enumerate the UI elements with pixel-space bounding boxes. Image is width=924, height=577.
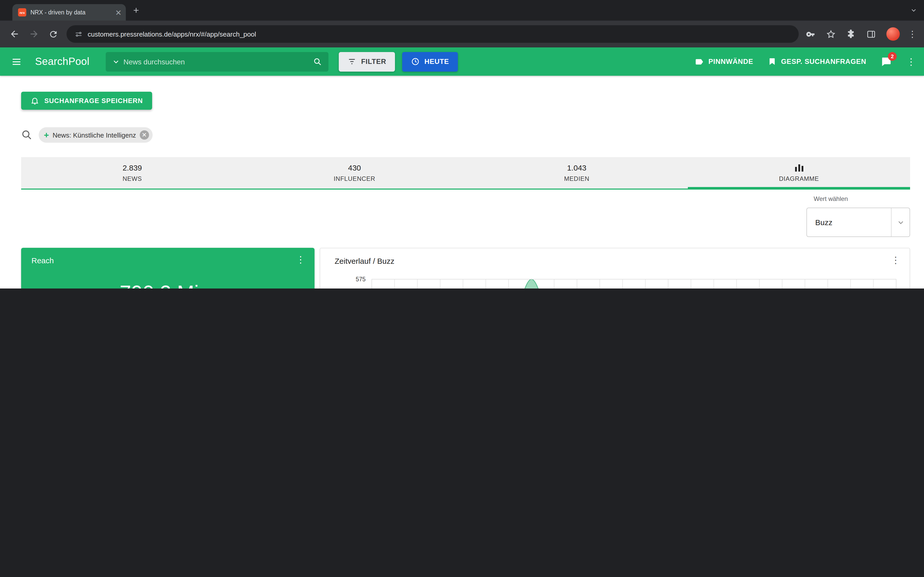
reach-kpi-card: Reach ⋮ 790.2 Mio. + 379.3 Mio.	[21, 248, 315, 288]
tab-influencer[interactable]: 430 INFLUENCER	[243, 157, 465, 189]
bookmark-icon	[768, 57, 777, 66]
new-tab-icon[interactable]	[132, 6, 140, 16]
svg-text:575: 575	[356, 276, 365, 282]
site-favicon: nrx	[18, 8, 26, 16]
bar-chart-icon	[794, 164, 804, 172]
search-term-chip[interactable]: + News: Künstliche Intelligenz ✕	[39, 127, 153, 143]
extensions-icon[interactable]	[846, 29, 856, 39]
medien-label: MEDIEN	[564, 175, 590, 182]
filter-button[interactable]: FILTER	[339, 52, 395, 71]
site-settings-icon[interactable]	[75, 30, 82, 38]
save-search-button[interactable]: SUCHANFRAGE SPEICHERN	[21, 92, 152, 110]
result-tabs: 2.839 NEWS 430 INFLUENCER 1.043 MEDIEN D…	[21, 157, 910, 190]
tab-medien[interactable]: 1.043 MEDIEN	[465, 157, 688, 189]
browser-tab-strip: nrx NRX - driven by data ✕	[0, 0, 924, 21]
news-count: 2.839	[123, 163, 142, 172]
menu-hamburger-icon[interactable]	[11, 56, 22, 67]
browser-tab-title: NRX - driven by data	[31, 9, 111, 15]
browser-address-bar: customers.pressrelations.de/apps/nrx/#/a…	[0, 21, 924, 47]
saved-searches-button[interactable]: GESP. SUCHANFRAGEN	[768, 57, 866, 66]
browser-window: nrx NRX - driven by data ✕ custome	[0, 0, 924, 288]
browser-tab[interactable]: nrx NRX - driven by data ✕	[12, 4, 126, 21]
clock-icon	[411, 57, 420, 66]
news-search-box[interactable]	[106, 52, 329, 71]
tab-search-chevron-icon[interactable]	[908, 5, 919, 16]
plus-icon: +	[44, 131, 49, 139]
query-search-icon[interactable]	[21, 129, 32, 141]
today-button[interactable]: HEUTE	[402, 52, 458, 71]
app-menu-icon[interactable]: ⋮	[906, 56, 916, 67]
forward-icon[interactable]	[29, 29, 39, 39]
notifications-button[interactable]: 2	[881, 56, 892, 67]
news-label: NEWS	[123, 175, 142, 182]
tab-close-icon[interactable]: ✕	[115, 8, 122, 16]
url-text: customers.pressrelations.de/apps/nrx/#/a…	[88, 30, 256, 38]
timeline-card-menu-icon[interactable]: ⋮	[888, 255, 903, 266]
chevron-down-icon	[891, 208, 909, 237]
timeline-chart-card: 015030057500:0001:0002:0003:0004:0005:00…	[320, 248, 910, 288]
filter-button-label: FILTER	[361, 58, 386, 65]
pinboards-label: PINNWÄNDE	[709, 58, 753, 65]
password-key-icon[interactable]	[806, 29, 816, 39]
value-select-current: Buzz	[807, 218, 891, 227]
influencer-label: INFLUENCER	[334, 175, 375, 182]
chip-remove-icon[interactable]: ✕	[140, 131, 149, 140]
reach-value: 790.2 Mio.	[120, 281, 216, 288]
app-title: SearchPool	[35, 56, 89, 68]
saved-searches-label: GESP. SUCHANFRAGEN	[781, 58, 866, 65]
timeline-area-chart: 015030057500:0001:0002:0003:0004:0005:00…	[320, 248, 910, 288]
tag-icon	[695, 57, 704, 66]
medien-count: 1.043	[567, 163, 586, 172]
timeline-card-title: Zeitverlauf / Buzz	[334, 256, 394, 265]
today-button-label: HEUTE	[424, 58, 449, 65]
bookmark-star-icon[interactable]	[826, 29, 836, 39]
diagramme-label: DIAGRAMME	[779, 175, 819, 182]
profile-avatar[interactable]	[886, 27, 900, 41]
value-select[interactable]: Buzz	[806, 208, 910, 237]
pinboards-button[interactable]: PINNWÄNDE	[695, 57, 753, 66]
search-term-chip-label: News: Künstliche Intelligenz	[53, 131, 136, 139]
search-icon[interactable]	[313, 57, 323, 66]
filter-icon	[348, 57, 357, 66]
value-select-label: Wert wählen	[814, 195, 848, 203]
influencer-count: 430	[348, 163, 361, 172]
news-search-input[interactable]	[123, 58, 310, 66]
notification-badge: 2	[888, 52, 897, 61]
app-header-actions: PINNWÄNDE GESP. SUCHANFRAGEN 2 ⋮	[695, 56, 924, 67]
save-search-label: SUCHANFRAGE SPEICHERN	[44, 97, 143, 105]
url-bar[interactable]: customers.pressrelations.de/apps/nrx/#/a…	[66, 25, 799, 43]
side-panel-icon[interactable]	[866, 29, 876, 39]
reload-icon[interactable]	[48, 29, 58, 39]
back-icon[interactable]	[9, 29, 19, 39]
browser-menu-icon[interactable]: ⋮	[908, 29, 917, 39]
active-query-row: + News: Künstliche Intelligenz ✕	[21, 127, 153, 143]
tab-diagramme[interactable]: DIAGRAMME	[688, 157, 910, 189]
search-scope-chevron-icon[interactable]	[112, 58, 120, 66]
app-header: SearchPool FILTER HEUTE	[0, 47, 924, 76]
tab-news[interactable]: 2.839 NEWS	[21, 157, 243, 189]
bell-icon	[31, 96, 39, 105]
